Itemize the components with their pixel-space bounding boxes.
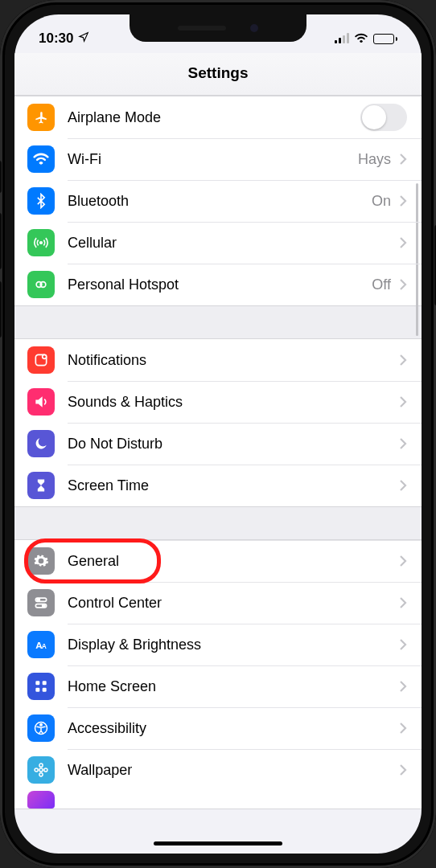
row-accessibility[interactable]: Accessibility — [14, 707, 422, 749]
row-airplane-mode[interactable]: Airplane Mode — [14, 96, 422, 138]
row-label: Wi-Fi — [68, 151, 358, 168]
row-home-screen[interactable]: Home Screen — [14, 665, 422, 707]
home-indicator[interactable] — [154, 841, 282, 845]
bluetooth-icon — [27, 187, 55, 215]
row-label: Do Not Disturb — [68, 436, 399, 452]
chevron-right-icon — [399, 153, 407, 166]
row-notifications[interactable]: Notifications — [14, 339, 422, 381]
accessibility-icon — [27, 714, 55, 742]
svg-point-16 — [40, 724, 43, 727]
chevron-right-icon — [399, 278, 407, 291]
hotspot-icon — [27, 271, 55, 298]
svg-point-6 — [37, 599, 39, 601]
chevron-right-icon — [399, 722, 407, 735]
moon-icon — [27, 430, 55, 457]
chevron-right-icon — [399, 479, 407, 492]
row-partial[interactable] — [14, 791, 422, 809]
row-cellular[interactable]: Cellular — [14, 222, 422, 264]
chevron-right-icon — [399, 555, 407, 567]
airplane-icon — [27, 104, 55, 131]
row-hotspot[interactable]: Personal Hotspot Off — [14, 264, 422, 305]
wifi-icon — [27, 145, 55, 173]
settings-group-connectivity: Airplane Mode Wi-Fi Hays Bluetooth On — [14, 96, 422, 306]
svg-point-19 — [39, 773, 43, 776]
svg-rect-11 — [35, 681, 39, 685]
settings-group-general: General Control Center AA Display & Brig… — [14, 539, 422, 809]
chevron-right-icon — [399, 395, 407, 408]
svg-rect-13 — [35, 688, 39, 692]
settings-group-notifications: Notifications Sounds & Haptics Do Not Di… — [14, 338, 422, 507]
switches-icon — [27, 589, 55, 616]
siri-icon — [27, 791, 55, 809]
row-label: Cellular — [68, 235, 399, 252]
chevron-right-icon — [399, 596, 407, 609]
row-label: Notifications — [68, 352, 399, 369]
row-display[interactable]: AA Display & Brightness — [14, 624, 422, 665]
flower-icon — [27, 756, 55, 784]
chevron-right-icon — [399, 764, 407, 776]
row-value: Off — [372, 276, 391, 293]
row-wallpaper[interactable]: Wallpaper — [14, 749, 422, 791]
row-label: Accessibility — [68, 720, 399, 737]
signal-icon — [335, 34, 349, 43]
chevron-right-icon — [399, 437, 407, 450]
chevron-right-icon — [399, 354, 407, 366]
text-size-icon: AA — [27, 631, 55, 658]
notifications-icon — [27, 346, 55, 374]
chevron-right-icon — [399, 194, 407, 207]
row-screentime[interactable]: Screen Time — [14, 465, 422, 506]
speaker-icon — [27, 388, 55, 416]
row-label: Sounds & Haptics — [68, 394, 399, 411]
row-label: Personal Hotspot — [68, 276, 372, 293]
chevron-right-icon — [399, 680, 407, 693]
row-label: Control Center — [68, 595, 399, 612]
svg-text:A: A — [42, 642, 47, 650]
svg-point-21 — [44, 768, 47, 772]
row-label: Wallpaper — [68, 762, 399, 779]
row-label: General — [68, 553, 399, 570]
page-title: Settings — [14, 53, 422, 96]
row-label: Screen Time — [68, 477, 399, 494]
antenna-icon — [27, 229, 55, 256]
chevron-right-icon — [399, 638, 407, 651]
chevron-right-icon — [399, 236, 407, 249]
svg-point-20 — [35, 768, 38, 772]
airplane-toggle[interactable] — [360, 104, 407, 131]
row-bluetooth[interactable]: Bluetooth On — [14, 180, 422, 222]
hourglass-icon — [27, 472, 55, 499]
battery-icon — [373, 34, 397, 44]
row-label: Bluetooth — [68, 193, 372, 210]
svg-point-0 — [40, 242, 43, 244]
svg-point-17 — [39, 768, 43, 772]
row-label: Airplane Mode — [68, 109, 360, 126]
gear-icon — [27, 547, 55, 575]
svg-point-18 — [39, 764, 43, 767]
location-icon — [78, 31, 89, 47]
row-value: On — [372, 193, 391, 210]
row-label: Display & Brightness — [68, 637, 399, 653]
svg-rect-12 — [43, 681, 47, 685]
row-dnd[interactable]: Do Not Disturb — [14, 423, 422, 465]
row-label: Home Screen — [68, 678, 399, 695]
row-control-center[interactable]: Control Center — [14, 582, 422, 624]
svg-point-4 — [43, 354, 47, 358]
grid-icon — [27, 673, 55, 700]
svg-rect-14 — [43, 688, 47, 692]
row-value: Hays — [358, 151, 391, 168]
wifi-status-icon — [354, 31, 368, 47]
row-general[interactable]: General — [14, 540, 422, 582]
status-time: 10:30 — [39, 31, 73, 47]
svg-point-8 — [43, 604, 45, 607]
row-sounds[interactable]: Sounds & Haptics — [14, 381, 422, 423]
row-wifi[interactable]: Wi-Fi Hays — [14, 138, 422, 180]
